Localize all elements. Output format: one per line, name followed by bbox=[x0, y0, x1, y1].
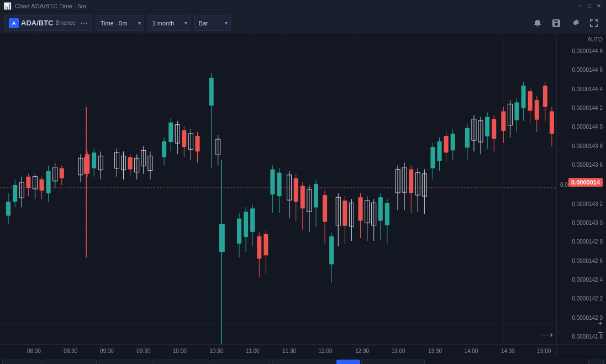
price-label-12: 0.0000142 6 bbox=[560, 259, 603, 264]
time-label-1030: 10:30 bbox=[209, 348, 223, 354]
time-label-1330: 13:30 bbox=[428, 348, 442, 354]
toolbar: A ADA/BTC Binance ⋯ Time - 5m Time - 1m … bbox=[0, 12, 606, 34]
tab-right-profile[interactable]: RIGHT PROFILE bbox=[152, 360, 209, 365]
time-label-1430: 14:30 bbox=[501, 348, 515, 354]
svg-rect-91 bbox=[244, 212, 248, 236]
time-label-1130: 11:30 bbox=[282, 348, 296, 354]
svg-rect-87 bbox=[219, 224, 225, 252]
price-label-3: 0.0000144 4 bbox=[560, 87, 603, 92]
expand-button[interactable] bbox=[586, 15, 602, 31]
tab-settings-button[interactable]: ⚙ bbox=[588, 360, 604, 365]
current-price-badge: 0.0000014 bbox=[568, 178, 603, 187]
tab-step-profile[interactable]: STEP PROFILE bbox=[43, 360, 97, 365]
toolbar-right bbox=[530, 15, 602, 31]
bottom-tabs: CLUSTER STEP PROFILE LEFT PROFILE RIGHT … bbox=[0, 356, 606, 364]
maximize-button[interactable]: □ bbox=[586, 2, 593, 10]
price-label-5: 0.0000144 0 bbox=[560, 124, 603, 130]
price-axis: AUTO 0.0000144 8 0.0000144 6 0.0000144 4… bbox=[556, 34, 606, 344]
save-button[interactable] bbox=[549, 15, 564, 31]
period-select-wrapper[interactable]: 1 month 1 day 1 week 3 months bbox=[147, 15, 191, 31]
settings-button[interactable] bbox=[567, 15, 583, 31]
price-label-10: 0.0000143 0 bbox=[560, 220, 603, 226]
svg-rect-63 bbox=[128, 157, 133, 169]
price-label-1: 0.0000144 8 bbox=[560, 49, 603, 54]
time-label-0900: 09:00 bbox=[100, 348, 114, 354]
svg-rect-115 bbox=[329, 236, 334, 265]
svg-rect-137 bbox=[409, 170, 413, 193]
symbol-icon: A bbox=[9, 18, 19, 28]
price-label-9: 0.0000143 2 bbox=[560, 202, 603, 207]
tab-cluster[interactable]: CLUSTER bbox=[2, 360, 41, 365]
auto-label: AUTO bbox=[587, 36, 603, 43]
svg-rect-99 bbox=[270, 170, 275, 194]
tab-time-histogram[interactable]: TIME HISTOGRAM bbox=[272, 360, 335, 365]
zoom-in-button[interactable]: + bbox=[598, 319, 603, 328]
window-controls: ─ □ ✕ bbox=[576, 2, 603, 10]
price-label-16: 0.0000141 8 bbox=[560, 334, 603, 340]
close-button[interactable]: ✕ bbox=[595, 2, 603, 10]
svg-rect-159 bbox=[492, 119, 496, 139]
chart-type-select-wrapper[interactable]: Bar Candle Line bbox=[194, 15, 231, 31]
time-label-0930: 09:30 bbox=[136, 348, 150, 354]
time-label-1230: 12:30 bbox=[355, 348, 369, 354]
chart-main[interactable]: ⟶ bbox=[0, 34, 556, 344]
scroll-right-button[interactable]: ⟶ bbox=[540, 329, 553, 340]
tab-custom-profile[interactable]: CUSTOM PROFILE bbox=[361, 360, 425, 365]
svg-rect-95 bbox=[257, 236, 261, 259]
price-label-15: 0.0000142 0 bbox=[560, 315, 603, 321]
tab-tns[interactable]: T&S bbox=[336, 360, 360, 365]
timeframe-select[interactable]: Time - 5m Time - 1m Time - 15m Time - 1h bbox=[96, 15, 144, 31]
price-axis-spacer bbox=[556, 345, 606, 356]
tab-time-statistics[interactable]: TIME STATISTICS bbox=[210, 360, 271, 365]
svg-rect-129 bbox=[378, 197, 383, 220]
svg-rect-161 bbox=[501, 111, 505, 130]
title-bar: 📊 Chart ADA/BTC Time - 5m ─ □ ✕ bbox=[0, 0, 606, 12]
title-bar-text: Chart ADA/BTC Time - 5m bbox=[15, 3, 86, 9]
svg-rect-143 bbox=[430, 147, 435, 168]
symbol-name: ADA/BTC bbox=[21, 19, 54, 27]
svg-rect-167 bbox=[521, 86, 526, 108]
alerts-button[interactable] bbox=[530, 15, 545, 31]
price-label-11: 0.0000142 8 bbox=[560, 239, 603, 245]
chart-container: ⟶ AUTO 0.0000144 8 0.0000144 6 0.0000144… bbox=[0, 34, 606, 344]
exchange-name: Binance bbox=[56, 20, 76, 26]
time-label-1000: 10:00 bbox=[173, 348, 187, 354]
svg-rect-101 bbox=[277, 173, 281, 196]
price-label-6: 0.0000143 8 bbox=[560, 144, 603, 149]
time-label-0800: 08:00 bbox=[27, 348, 41, 354]
svg-rect-81 bbox=[195, 136, 199, 151]
time-label-0830: 08:30 bbox=[64, 348, 77, 354]
time-label-1300: 13:00 bbox=[391, 348, 405, 354]
svg-rect-71 bbox=[162, 141, 166, 157]
symbol-selector[interactable]: A ADA/BTC Binance ⋯ bbox=[4, 15, 92, 31]
time-label-1500: 15:00 bbox=[537, 348, 551, 354]
svg-rect-83 bbox=[209, 78, 214, 106]
svg-rect-165 bbox=[514, 102, 519, 120]
time-label-1100: 11:00 bbox=[246, 348, 260, 354]
svg-rect-119 bbox=[342, 201, 347, 225]
svg-rect-89 bbox=[237, 219, 241, 244]
svg-rect-123 bbox=[359, 197, 363, 220]
chart-icon: 📊 bbox=[3, 2, 12, 10]
svg-rect-37 bbox=[26, 177, 30, 188]
svg-rect-113 bbox=[323, 195, 327, 222]
svg-rect-47 bbox=[60, 168, 64, 178]
price-label-13: 0.0000142 4 bbox=[560, 277, 603, 283]
chart-type-select[interactable]: Bar Candle Line bbox=[194, 15, 231, 31]
zoom-out-button[interactable]: − bbox=[598, 328, 603, 337]
timeframe-select-wrapper[interactable]: Time - 5m Time - 1m Time - 15m Time - 1h bbox=[96, 15, 144, 31]
candlestick-chart bbox=[0, 34, 556, 344]
minimize-button[interactable]: ─ bbox=[576, 2, 584, 10]
svg-rect-171 bbox=[535, 100, 539, 119]
svg-rect-151 bbox=[465, 128, 470, 147]
period-select[interactable]: 1 month 1 day 1 week 3 months bbox=[147, 15, 191, 31]
svg-rect-31 bbox=[6, 202, 10, 215]
svg-rect-57 bbox=[84, 157, 89, 173]
time-label-1400: 14:00 bbox=[464, 348, 478, 354]
tab-left-profile[interactable]: LEFT PROFILE bbox=[98, 360, 151, 365]
svg-rect-147 bbox=[444, 136, 449, 152]
price-label-2: 0.0000144 6 bbox=[560, 67, 603, 73]
time-axis: 08:00 08:30 09:00 09:30 10:00 10:30 11:0… bbox=[0, 345, 556, 357]
svg-rect-93 bbox=[250, 208, 255, 231]
svg-rect-173 bbox=[543, 86, 547, 107]
